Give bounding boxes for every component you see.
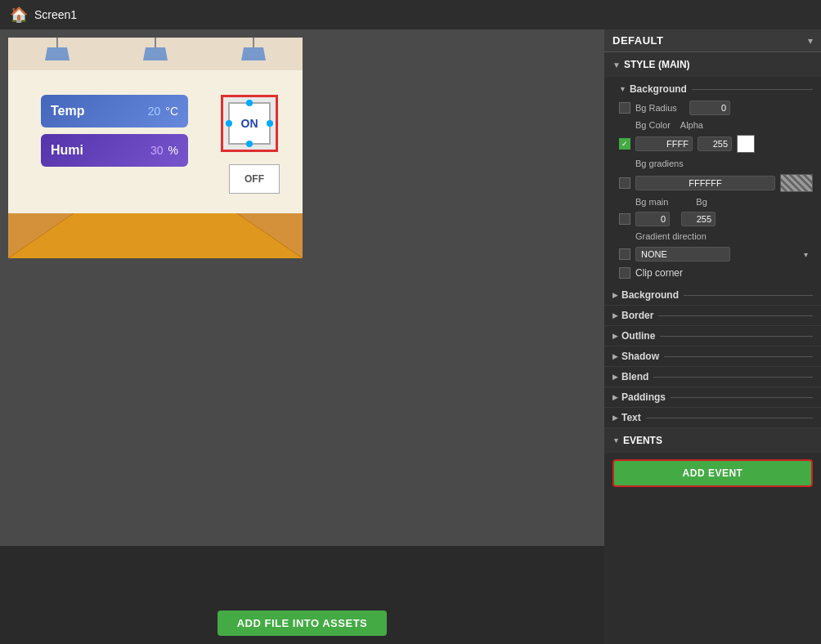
style-main-header[interactable]: ▼ STYLE (MAIN) (604, 52, 821, 77)
bg-radius-row: Bg Radius (619, 98, 813, 118)
temp-unit: °C (165, 105, 178, 118)
bg-color-checkbox[interactable] (619, 138, 630, 150)
collapsed-arrow-icon: ▶ (612, 352, 618, 360)
gradient-direction-select-wrapper: NONE TOP_LEFT TOP TOP_RIGHT LEFT RIGHT B… (635, 246, 813, 262)
collapsed-line (658, 315, 813, 316)
collapsed-arrow-icon: ▶ (612, 311, 618, 320)
collapsed-line (653, 377, 813, 378)
bg-radius-checkbox[interactable] (619, 102, 630, 114)
bg-gradient-color-input[interactable] (635, 176, 775, 190)
style-main-arrow-icon: ▼ (612, 60, 621, 69)
color-swatch-white[interactable] (737, 135, 755, 153)
lamp-1 (45, 38, 70, 60)
toggle-on-widget[interactable]: ON (221, 95, 278, 152)
lamp-wire (155, 38, 156, 47)
collapsed-section-border[interactable]: ▶ Border (604, 306, 821, 326)
toggle-off-widget[interactable]: OFF (229, 164, 280, 194)
toggle-off-label: OFF (245, 173, 264, 185)
bg-main-value-input[interactable] (635, 212, 670, 226)
collapsed-arrow-icon: ▶ (612, 291, 618, 299)
toggle-on-label: ON (241, 117, 258, 130)
toggle-on-inner: ON (228, 102, 271, 145)
collapsed-line (684, 295, 813, 296)
lamp-wire (56, 38, 58, 47)
bg-main-labels-row: Bg main Bg (619, 195, 813, 209)
bg-gradients-row (619, 172, 813, 195)
humi-widget[interactable]: Humi 30 % (41, 134, 188, 167)
add-event-wrapper: ADD EVENT (604, 453, 821, 494)
collapsed-section-paddings[interactable]: ▶ Paddings (604, 387, 821, 408)
style-main-title: STYLE (MAIN) (624, 59, 690, 70)
canvas-area: Temp 20 °C Humi 30 % ON (0, 29, 604, 644)
bg-radius-label: Bg Radius (635, 103, 684, 113)
gradient-preview (780, 174, 813, 192)
bg-radius-input[interactable] (689, 101, 730, 115)
lamp-shade (241, 47, 266, 60)
collapsed-section-background2[interactable]: ▶ Background (604, 285, 821, 306)
collapsed-title-background2: Background (621, 289, 679, 301)
lamp-shade (45, 47, 70, 60)
collapsed-line (660, 336, 813, 337)
collapsed-arrow-icon: ▶ (612, 332, 618, 340)
home-icon[interactable]: 🏠 (10, 6, 28, 24)
events-header[interactable]: ▼ EVENTS (604, 428, 821, 453)
background-header[interactable]: ▼ Background (619, 80, 813, 98)
bg-alpha-input[interactable] (698, 136, 732, 151)
top-bar: 🏠 Screen1 (0, 0, 821, 29)
collapsed-arrow-icon: ▶ (612, 414, 618, 422)
collapsed-title-blend: Blend (621, 371, 648, 382)
collapsed-arrow-icon: ▶ (612, 393, 618, 401)
collapsed-title-paddings: Paddings (621, 391, 666, 403)
toggle-on-dot-bottom (246, 141, 253, 147)
clip-corner-checkbox[interactable] (619, 267, 630, 279)
collapsed-title-border: Border (621, 310, 653, 321)
bg-expand-arrow-icon: ▼ (619, 85, 626, 93)
toggle-on-dot-right (267, 120, 273, 127)
humi-unit: % (168, 144, 178, 157)
canvas-bottom: ADD FILE INTO ASSETS (0, 546, 604, 644)
bg-gradiens-label: Bg gradiens (635, 159, 684, 168)
bg-color-input[interactable] (635, 136, 693, 151)
temp-widget[interactable]: Temp 20 °C (41, 95, 188, 127)
toggle-on-dot-top (246, 100, 253, 106)
add-event-button[interactable]: ADD EVENT (612, 459, 813, 487)
color-alpha-labels-row: Bg Color Alpha (619, 118, 813, 132)
collapsed-section-shadow[interactable]: ▶ Shadow (604, 347, 821, 367)
lamp-3 (241, 38, 266, 60)
bg-main-label: Bg main (635, 197, 668, 207)
bg-color-label: Bg Color (635, 120, 671, 130)
humi-label: Humi (51, 143, 83, 158)
lamp-shade (143, 47, 168, 60)
collapsed-line (646, 418, 813, 418)
collapsed-section-outline[interactable]: ▶ Outline (604, 326, 821, 347)
humi-value: 30 (150, 144, 164, 157)
room-floor (8, 213, 303, 258)
gradient-direction-select-row: NONE TOP_LEFT TOP TOP_RIGHT LEFT RIGHT B… (619, 244, 813, 264)
collapsed-line (664, 356, 813, 357)
bg-color-row (619, 132, 813, 155)
panel-dropdown-label: DEFAULT (612, 34, 663, 47)
collapsed-title-text: Text (621, 412, 641, 423)
collapsed-title-shadow: Shadow (621, 351, 659, 362)
dropdown-arrow-icon: ▾ (808, 35, 813, 47)
bg-gradients-checkbox[interactable] (619, 177, 630, 189)
canvas-preview: Temp 20 °C Humi 30 % ON (8, 38, 303, 258)
bg-main-checkbox[interactable] (619, 213, 630, 225)
screen-title: Screen1 (34, 8, 77, 21)
events-title: EVENTS (623, 435, 662, 446)
temp-label: Temp (51, 104, 84, 119)
collapsed-line (671, 397, 813, 398)
panel-dropdown[interactable]: DEFAULT ▾ (604, 29, 821, 52)
gradient-direction-select[interactable]: NONE TOP_LEFT TOP TOP_RIGHT LEFT RIGHT B… (635, 247, 730, 262)
collapsed-section-blend[interactable]: ▶ Blend (604, 367, 821, 387)
background-section: ▼ Background Bg Radius Bg Color Alpha (604, 77, 821, 285)
collapsed-arrow-icon: ▶ (612, 373, 618, 381)
gradient-direction-label: Gradient direction (635, 231, 707, 241)
bg-value-input[interactable] (681, 212, 716, 226)
svg-marker-0 (8, 213, 303, 258)
canvas-widgets: Temp 20 °C Humi 30 % (41, 95, 188, 167)
gradient-dir-checkbox[interactable] (619, 248, 630, 260)
collapsed-section-text[interactable]: ▶ Text (604, 408, 821, 428)
toggle-on-dot-left (226, 120, 232, 127)
add-file-button[interactable]: ADD FILE INTO ASSETS (218, 610, 388, 636)
